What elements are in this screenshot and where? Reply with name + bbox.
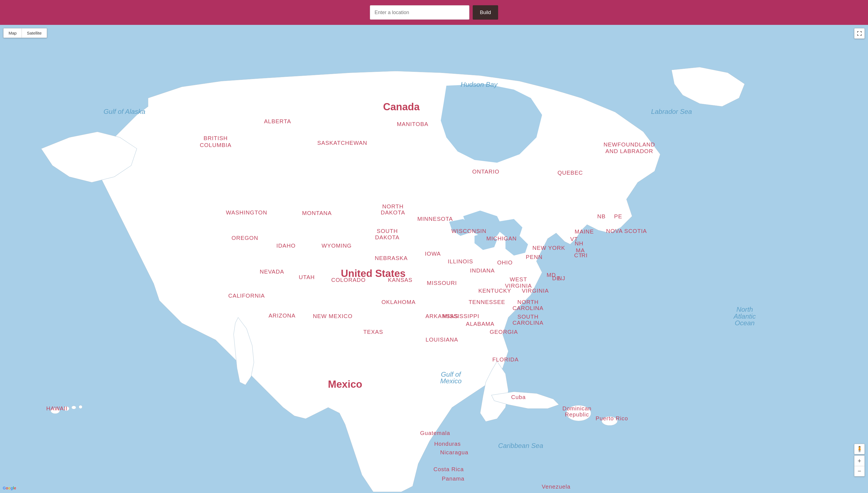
label-alberta: ALBERTA xyxy=(264,118,291,124)
label-bc: BRITISH xyxy=(204,135,228,141)
label-nd2: DAKOTA xyxy=(381,210,405,216)
svg-point-4 xyxy=(79,405,82,408)
header: Build xyxy=(0,0,868,25)
label-nc2: CAROLINA xyxy=(512,305,544,311)
label-mo: MISSOURI xyxy=(427,280,457,286)
label-ut: UTAH xyxy=(299,274,315,280)
location-input[interactable] xyxy=(370,5,469,20)
zoom-controls: + − xyxy=(854,455,865,476)
label-sc: SOUTH xyxy=(517,314,538,320)
map-container[interactable]: Map Satellite 🧍 + − Google xyxy=(0,25,868,493)
label-tn: TENNESSEE xyxy=(469,299,505,305)
label-co: COLORADO xyxy=(331,277,366,283)
label-fl: FLORIDA xyxy=(492,357,518,363)
label-nv: NEVADA xyxy=(259,269,284,275)
label-manitoba: MANITOBA xyxy=(397,121,428,127)
map-type-satellite[interactable]: Satellite xyxy=(22,28,46,38)
zoom-in-button[interactable]: + xyxy=(854,455,865,466)
label-gulf-mexico: Gulf of xyxy=(441,370,461,378)
label-nfl2: AND LABRADOR xyxy=(606,148,653,154)
pegman-button[interactable]: 🧍 xyxy=(854,444,865,454)
label-nd: NORTH xyxy=(382,203,404,210)
label-il: ILLINOIS xyxy=(448,258,473,264)
label-nj: NJ xyxy=(558,275,565,281)
label-ga: GEORGIA xyxy=(490,329,518,335)
label-pan: Panama xyxy=(442,476,464,482)
label-ontario: ONTARIO xyxy=(472,169,499,175)
label-hi: HAWAII xyxy=(46,405,67,411)
label-ct: CT xyxy=(574,252,582,258)
label-n-atlantic3: Ocean xyxy=(735,319,755,327)
label-tx: TEXAS xyxy=(363,329,383,335)
label-sask: SASKATCHEWAN xyxy=(317,140,367,146)
pegman-icon: 🧍 xyxy=(856,446,863,452)
label-mi: MICHIGAN xyxy=(486,235,517,241)
label-mn: MINNESOTA xyxy=(418,216,453,222)
label-sd: SOUTH xyxy=(377,228,398,234)
label-la: LOUISIANA xyxy=(426,337,458,343)
map-type-map[interactable]: Map xyxy=(4,28,22,38)
label-n-atlantic2: Atlantic xyxy=(733,313,756,320)
label-caribbean: Caribbean Sea xyxy=(498,442,543,449)
label-nfl: NEWFOUNDLAND xyxy=(604,142,655,148)
label-va: VIRGINIA xyxy=(522,288,549,294)
label-guat: Guatemala xyxy=(420,430,450,436)
label-ny: NEW YORK xyxy=(532,245,565,251)
label-ok: OKLAHOMA xyxy=(381,299,416,305)
map-svg: Canada United States Mexico ALBERTA BRIT… xyxy=(0,25,868,493)
label-sd2: DAKOTA xyxy=(375,234,399,240)
label-ri: RI xyxy=(581,252,588,258)
label-ne: NEBRASKA xyxy=(375,255,408,261)
label-az: ARIZONA xyxy=(269,313,296,319)
label-pe: PE xyxy=(614,213,622,219)
label-in: INDIANA xyxy=(470,267,495,274)
label-nb: NB xyxy=(597,213,606,219)
fullscreen-button[interactable] xyxy=(854,28,865,39)
label-id: IDAHO xyxy=(276,243,296,249)
fullscreen-icon xyxy=(857,31,862,36)
label-hond: Honduras xyxy=(434,441,461,447)
label-hudson-bay: Hudson Bay xyxy=(461,81,498,88)
label-nova-scotia: NOVA SCOTIA xyxy=(606,228,647,234)
label-gulf-alaska: Gulf of Alaska xyxy=(104,108,145,115)
label-dr2: Republic xyxy=(565,411,589,417)
label-ky: KENTUCKY xyxy=(478,288,511,294)
label-wv: WEST xyxy=(510,276,527,282)
label-nh: NH xyxy=(575,240,583,246)
label-canada: Canada xyxy=(383,101,420,112)
label-wi: WISCONSIN xyxy=(451,228,487,234)
label-wy: WYOMING xyxy=(321,243,352,249)
label-bc2: COLUMBIA xyxy=(200,142,231,148)
svg-point-3 xyxy=(71,406,76,409)
build-button[interactable]: Build xyxy=(473,5,498,20)
label-ks: KANSAS xyxy=(388,277,412,283)
label-pr: Puerto Rico xyxy=(596,415,628,422)
label-ia: IOWA xyxy=(425,251,441,257)
label-ms: MISSISSIPPI xyxy=(443,313,479,319)
label-nica: Nicaragua xyxy=(440,449,468,455)
label-sc2: CAROLINA xyxy=(512,320,544,326)
zoom-out-button[interactable]: − xyxy=(854,466,865,476)
map-type-controls: Map Satellite xyxy=(3,28,47,38)
label-wa: WASHINGTON xyxy=(226,210,267,216)
label-me: MAINE xyxy=(575,229,594,235)
label-cuba: Cuba xyxy=(511,394,526,400)
label-or: OREGON xyxy=(232,235,258,241)
label-mexico: Mexico xyxy=(328,379,362,390)
label-cr: Costa Rica xyxy=(433,466,464,472)
label-n-atlantic: North xyxy=(736,306,753,313)
google-logo: Google xyxy=(3,486,16,490)
label-ca: CALIFORNIA xyxy=(228,293,265,299)
label-labrador-sea: Labrador Sea xyxy=(651,108,692,115)
label-al: ALABAMA xyxy=(466,321,494,327)
label-oh: OHIO xyxy=(497,259,512,265)
label-gulf-mexico2: Mexico xyxy=(440,377,461,385)
label-mt: MONTANA xyxy=(302,210,332,216)
label-nc: NORTH xyxy=(517,299,538,305)
label-ven: Venezuela xyxy=(542,484,571,490)
label-quebec: QUEBEC xyxy=(557,170,583,176)
label-dr: Dominican xyxy=(562,405,591,411)
label-nm: NEW MEXICO xyxy=(313,313,353,319)
label-pa: PENN xyxy=(526,254,543,260)
